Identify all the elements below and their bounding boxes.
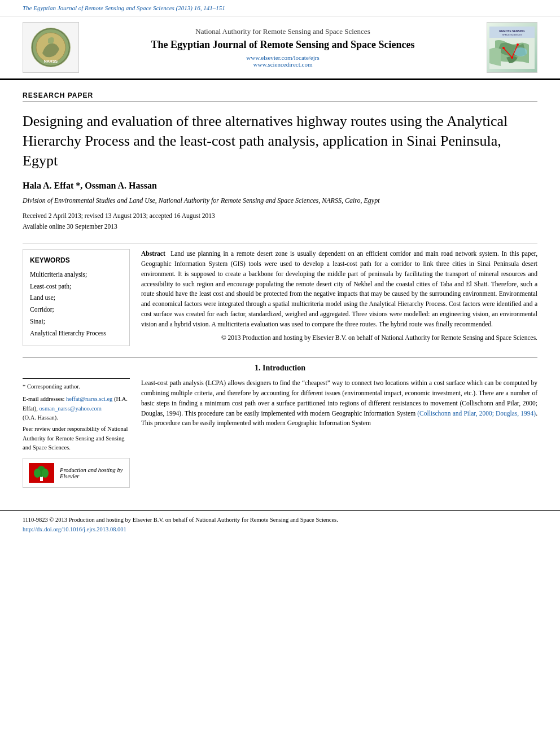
email2-note: (O.A. Hassan). [23, 414, 58, 421]
article-type-label: RESEARCH PAPER [23, 91, 537, 102]
introduction-heading: 1. Introduction [23, 364, 537, 373]
top-bar: The Egyptian Journal of Remote Sensing a… [0, 0, 560, 16]
footnotes: * Corresponding author. E-mail addresses… [23, 378, 130, 452]
keyword-3: Land use; [30, 292, 123, 304]
journal-cover-image: REMOTE SENSING SPACE SCIENCES [487, 22, 537, 73]
svg-text:SPACE SCIENCES: SPACE SCIENCES [502, 33, 522, 36]
journal-title-block: National Authority for Remote Sensing an… [85, 22, 481, 73]
email2[interactable]: osman_narss@yahoo.com [40, 405, 102, 412]
main-content: RESEARCH PAPER Designing and evaluation … [0, 80, 560, 499]
keywords-box: KEYWORDS Multicriteria analysis; Least-c… [23, 249, 130, 346]
keywords-title: KEYWORDS [30, 256, 123, 264]
affiliation: Division of Environmental Studies and La… [23, 196, 537, 205]
elsevier-logo [29, 463, 54, 483]
intro-link1[interactable]: (Collischonn and Pilar, 2000; Douglas, 1… [417, 410, 536, 417]
elsevier-box: Production and hosting by Elsevier [23, 458, 130, 488]
divider-1 [23, 243, 537, 243]
keyword-6: Analytical Hierarchy Process [30, 327, 123, 339]
authority-name: National Authority for Remote Sensing an… [85, 27, 481, 36]
introduction-section: * Corresponding author. E-mail addresses… [23, 378, 537, 488]
journal-link2[interactable]: www.sciencedirect.com [253, 61, 313, 68]
journal-link1[interactable]: www.elsevier.com/locate/ejrs [246, 54, 319, 61]
authors: Hala A. Effat *, Ossman A. Hassan [23, 181, 537, 191]
journal-title: The Egyptian Journal of Remote Sensing a… [85, 38, 481, 51]
svg-point-17 [42, 469, 49, 478]
journal-citation: The Egyptian Journal of Remote Sensing a… [23, 5, 225, 11]
article-title: Designing and evaluation of three altern… [23, 111, 537, 171]
journal-links: www.elsevier.com/locate/ejrs www.science… [85, 54, 481, 68]
svg-text:NARSS: NARSS [44, 59, 58, 63]
keyword-2: Least-cost path; [30, 281, 123, 292]
svg-point-16 [34, 469, 41, 478]
svg-text:REMOTE SENSING: REMOTE SENSING [499, 29, 524, 33]
bottom-bar: 1110-9823 © 2013 Production and hosting … [0, 510, 560, 539]
keyword-1: Multicriteria analysis; [30, 269, 123, 281]
bottom-doi: http://dx.doi.org/10.1016/j.ejrs.2013.08… [23, 525, 537, 535]
introduction-body: Least-cost path analysis (LCPA) allows d… [141, 378, 537, 488]
keywords-abstract-section: KEYWORDS Multicriteria analysis; Least-c… [23, 249, 537, 346]
keywords-list: Multicriteria analysis; Least-cost path;… [30, 269, 123, 339]
corresponding-label: * Corresponding author. [23, 383, 80, 390]
doi-link[interactable]: http://dx.doi.org/10.1016/j.ejrs.2013.08… [23, 526, 126, 532]
introduction-text: Least-cost path analysis (LCPA) allows d… [141, 378, 537, 429]
email1[interactable]: heffat@narss.sci.eg [66, 396, 112, 402]
abstract-text: Abstract Land use planning in a remote d… [141, 249, 537, 343]
bottom-issn: 1110-9823 © 2013 Production and hosting … [23, 516, 537, 525]
peer-review: Peer review under responsibility of Nati… [23, 425, 130, 452]
authors-text: Hala A. Effat *, Ossman A. Hassan [23, 181, 157, 190]
elsevier-label: Production and hosting by Elsevier [60, 467, 124, 479]
dates: Received 2 April 2013; revised 13 August… [23, 211, 537, 231]
journal-header: NARSS National Authority for Remote Sens… [0, 16, 560, 80]
abstract-body: Land use planning in a remote desert zon… [141, 250, 537, 327]
abstract-copyright: © 2013 Production and hosting by Elsevie… [141, 333, 537, 343]
narss-logo: NARSS [23, 22, 79, 73]
keyword-4: Corridor; [30, 304, 123, 316]
received-date: Received 2 April 2013; revised 13 August… [23, 212, 215, 219]
available-date: Available online 30 September 2013 [23, 223, 117, 230]
footnote-column: * Corresponding author. E-mail addresses… [23, 378, 130, 488]
keyword-5: Sinai; [30, 316, 123, 327]
narss-emblem: NARSS [31, 28, 71, 67]
divider-2 [23, 357, 537, 358]
abstract-box: Abstract Land use planning in a remote d… [141, 249, 537, 346]
email-label: E-mail addresses: [23, 396, 64, 402]
abstract-label: Abstract [141, 250, 165, 257]
